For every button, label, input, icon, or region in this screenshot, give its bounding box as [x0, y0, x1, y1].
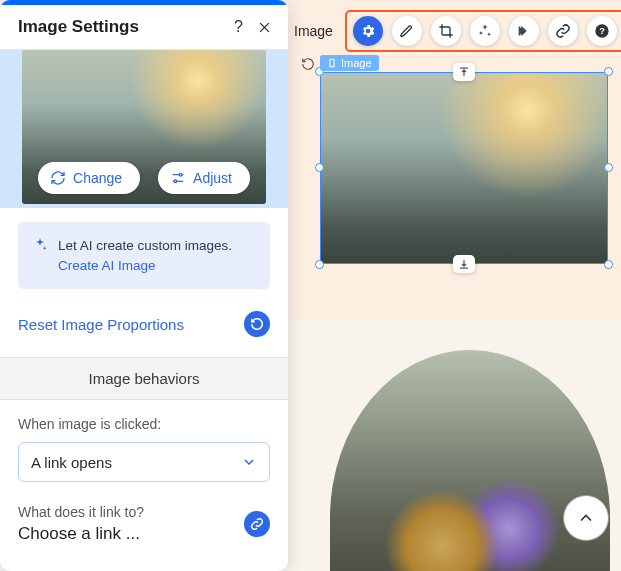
link-target-label: What does it link to?: [18, 504, 144, 520]
ai-banner-text: Let AI create custom images. Create AI I…: [58, 236, 256, 275]
help-button[interactable]: ?: [587, 16, 617, 46]
element-toolbar: Image ?: [288, 10, 621, 52]
ai-banner: Let AI create custom images. Create AI I…: [18, 222, 270, 289]
panel-title: Image Settings: [18, 17, 139, 37]
element-type-label: Image: [341, 57, 372, 69]
svg-point-3: [179, 173, 182, 176]
svg-point-4: [174, 180, 177, 183]
chevron-down-icon: [241, 454, 257, 470]
crop-button[interactable]: [431, 16, 461, 46]
adjust-image-button[interactable]: Adjust: [158, 162, 250, 194]
svg-rect-0: [330, 59, 334, 67]
selection-border: [320, 72, 608, 264]
click-action-field: When image is clicked: A link opens: [0, 400, 288, 482]
close-icon[interactable]: [257, 20, 272, 35]
element-type-badge[interactable]: Image: [320, 55, 379, 71]
link-target-value[interactable]: Choose a link ...: [18, 524, 144, 544]
image-settings-panel: Image Settings ? Change Adjust Let AI cr…: [0, 0, 288, 571]
undo-icon[interactable]: [299, 55, 317, 73]
create-ai-image-link[interactable]: Create AI Image: [58, 258, 156, 273]
resize-handle-br[interactable]: [604, 260, 613, 269]
resize-handle-tr[interactable]: [604, 67, 613, 76]
reset-proportions-button[interactable]: [244, 311, 270, 337]
stretch-bottom-button[interactable]: [453, 255, 475, 273]
link-settings-button[interactable]: [244, 511, 270, 537]
sparkle-icon: [32, 237, 48, 257]
resize-handle-ml[interactable]: [315, 163, 324, 172]
panel-header: Image Settings ?: [0, 5, 288, 50]
element-toolbar-label: Image: [294, 23, 333, 39]
click-action-value: A link opens: [31, 454, 112, 471]
change-label: Change: [73, 170, 122, 186]
ai-text: Let AI create custom images.: [58, 238, 232, 253]
reset-proportions-link[interactable]: Reset Image Proportions: [18, 316, 184, 333]
link-target-field: What does it link to? Choose a link ...: [0, 482, 288, 562]
filters-button[interactable]: [470, 16, 500, 46]
image-preview: Change Adjust: [0, 50, 288, 208]
adjust-label: Adjust: [193, 170, 232, 186]
click-action-label: When image is clicked:: [18, 416, 270, 432]
settings-button[interactable]: [353, 16, 383, 46]
toolbar-highlight: ?: [345, 10, 621, 52]
stretch-top-button[interactable]: [453, 63, 475, 81]
animation-button[interactable]: [509, 16, 539, 46]
design-button[interactable]: [392, 16, 422, 46]
resize-handle-mr[interactable]: [604, 163, 613, 172]
link-button[interactable]: [548, 16, 578, 46]
change-image-button[interactable]: Change: [38, 162, 140, 194]
click-action-select[interactable]: A link opens: [18, 442, 270, 482]
svg-text:?: ?: [599, 26, 605, 36]
behaviors-section-header: Image behaviors: [0, 357, 288, 400]
resize-handle-bl[interactable]: [315, 260, 324, 269]
panel-help-icon[interactable]: ?: [234, 19, 243, 35]
reset-proportions-row: Reset Image Proportions: [0, 303, 288, 357]
selected-image-element[interactable]: [320, 72, 608, 264]
scroll-to-top-button[interactable]: [563, 495, 609, 541]
